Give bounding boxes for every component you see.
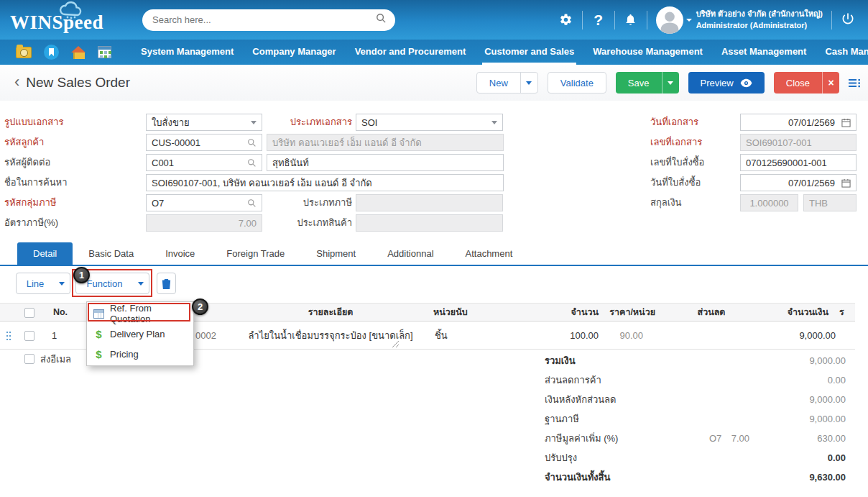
summary-row-vat: ภาษีมูลค่าเพิ่ม (%) O7 7.00 630.00	[532, 429, 846, 448]
menu-ref-from-quotation[interactable]: Ref. From Quotation	[87, 304, 193, 324]
line-button[interactable]: Line	[16, 273, 70, 294]
contact-name-field[interactable]	[272, 158, 498, 168]
row-checkbox[interactable]	[24, 331, 34, 341]
col-quantity: จำนวน	[532, 304, 599, 322]
search-icon[interactable]	[376, 13, 387, 27]
global-search[interactable]	[142, 9, 395, 31]
doc-format-select[interactable]: ใบสั่งขาย	[146, 114, 262, 131]
calendar-icon[interactable]	[841, 178, 851, 188]
menu-pricing[interactable]: $ Pricing	[87, 344, 193, 364]
contact-code-input[interactable]	[146, 154, 262, 171]
send-email-checkbox[interactable]	[24, 354, 34, 364]
search-name-input[interactable]	[146, 174, 504, 191]
contact-name-input[interactable]	[267, 154, 504, 171]
line-dropdown-caret-icon[interactable]	[54, 273, 70, 293]
recent-folder-icon[interactable]	[16, 47, 32, 58]
row-no: 1	[52, 322, 57, 350]
label-doc-type: ประเภทเอกสาร	[284, 114, 352, 131]
row-quantity[interactable]: 100.00	[532, 322, 599, 350]
dollar-icon: $	[93, 328, 104, 340]
nav-asset-management[interactable]: Asset Management	[712, 40, 816, 65]
summary-row-after-discount: เงินหลังหักส่วนลด 9,000.00	[532, 390, 846, 409]
search-input[interactable]	[151, 14, 376, 26]
back-chevron-icon[interactable]: ‹	[14, 73, 19, 91]
close-button[interactable]: Close ×	[774, 72, 839, 94]
nav-vendor-procurement[interactable]: Vendor and Procurement	[346, 40, 476, 65]
bookmark-icon[interactable]	[44, 45, 59, 60]
tax-group-input[interactable]	[146, 194, 262, 211]
currency-unit-value: THB	[809, 198, 828, 209]
list-view-icon[interactable]	[849, 78, 861, 88]
row-discount[interactable]	[683, 322, 740, 350]
divider	[831, 11, 832, 29]
col-amount: จำนวนเงิน	[754, 304, 828, 322]
tab-attachment[interactable]: Attachment	[450, 242, 529, 265]
doc-type-select[interactable]: SOI	[356, 114, 503, 131]
search-lookup-icon[interactable]	[247, 158, 257, 168]
validate-button-label: Validate	[548, 73, 606, 93]
nav-cash-management[interactable]: Cash Management	[816, 40, 868, 65]
function-dropdown-menu: Ref. From Quotation $ Delivery Plan $ Pr…	[86, 301, 194, 366]
tab-detail[interactable]: Detail	[17, 242, 73, 265]
home-icon[interactable]	[71, 46, 86, 59]
row-unit-price[interactable]: 90.00	[602, 322, 643, 350]
drag-handle-icon[interactable]	[6, 332, 8, 333]
function-dropdown-caret-icon[interactable]	[133, 273, 149, 293]
menu-delivery-plan[interactable]: $ Delivery Plan	[87, 324, 193, 344]
nav-customer-sales[interactable]: Customer and Sales	[475, 40, 583, 65]
resize-grip-icon[interactable]	[392, 337, 399, 350]
new-button[interactable]: New	[476, 72, 538, 94]
tax-rate-display: 7.00	[146, 214, 262, 232]
customer-code-input[interactable]	[146, 134, 262, 151]
tax-rate-value: 7.00	[239, 218, 257, 229]
nav-company-manager[interactable]: Company Manager	[243, 40, 345, 65]
nav-system-management[interactable]: System Management	[131, 40, 243, 65]
select-all-checkbox[interactable]	[24, 308, 34, 318]
top-header: WINSpeed ? บริษัท ตัวอย่าง จำกัด (สำนักง…	[0, 0, 868, 40]
summary-label: รวมเงิน	[545, 353, 576, 368]
tab-shipment[interactable]: Shipment	[300, 242, 371, 265]
save-dropdown-caret-icon[interactable]	[662, 72, 679, 94]
user-info[interactable]: บริษัท ตัวอย่าง จำกัด (สำนักงานใหญ่) Adm…	[696, 9, 823, 31]
close-x-icon[interactable]: ×	[822, 72, 839, 94]
contact-code-field[interactable]	[152, 158, 247, 168]
app-logo[interactable]: WINSpeed	[10, 6, 103, 34]
item-type-display	[356, 214, 503, 232]
doc-date-input[interactable]: 07/01/2569	[740, 114, 857, 131]
new-dropdown-caret-icon[interactable]	[520, 73, 537, 93]
po-date-input[interactable]: 07/01/2569	[740, 174, 857, 191]
validate-button[interactable]: Validate	[548, 72, 606, 94]
tab-basic-data[interactable]: Basic Data	[73, 242, 149, 265]
logout-power-icon[interactable]	[841, 12, 855, 29]
user-avatar[interactable]	[656, 6, 683, 34]
po-no-field[interactable]	[746, 158, 851, 168]
calendar-grid-icon[interactable]	[98, 46, 111, 58]
dollar-icon: $	[93, 348, 104, 360]
preview-button[interactable]: Preview	[688, 72, 765, 94]
summary-label: ปรับปรุง	[545, 450, 577, 465]
po-date-value: 07/01/2569	[788, 178, 835, 188]
tab-invoice[interactable]: Invoice	[149, 242, 211, 265]
delete-row-button[interactable]	[157, 273, 176, 294]
user-menu-chevron-icon[interactable]	[686, 19, 692, 24]
help-icon[interactable]: ?	[583, 12, 614, 29]
tab-foreign-trade[interactable]: Foreign Trade	[211, 242, 300, 265]
main-nav: System Management Company Manager Vendor…	[0, 40, 868, 65]
summary-value: 9,000.00	[809, 414, 846, 424]
tax-group-field[interactable]	[152, 198, 247, 209]
calendar-icon[interactable]	[841, 118, 851, 127]
po-no-input[interactable]	[740, 154, 857, 171]
detail-tabs: Detail Basic Data Invoice Foreign Trade …	[0, 242, 868, 266]
customer-code-field[interactable]	[152, 137, 247, 148]
settings-gear-icon[interactable]	[550, 13, 582, 27]
search-lookup-icon[interactable]	[247, 199, 257, 208]
summary-row-total: รวมเงิน 9,000.00	[532, 351, 846, 370]
trash-icon	[162, 278, 171, 289]
save-button[interactable]: Save	[616, 72, 679, 94]
notifications-bell-icon[interactable]	[615, 13, 647, 27]
search-lookup-icon[interactable]	[247, 138, 257, 147]
tab-additionnal[interactable]: Additionnal	[371, 242, 449, 265]
nav-warehouse-management[interactable]: Warehouse Management	[583, 40, 712, 65]
summary-row-trade-discount: ส่วนลดการค้า 0.00	[532, 370, 846, 390]
search-name-field[interactable]	[152, 178, 498, 188]
